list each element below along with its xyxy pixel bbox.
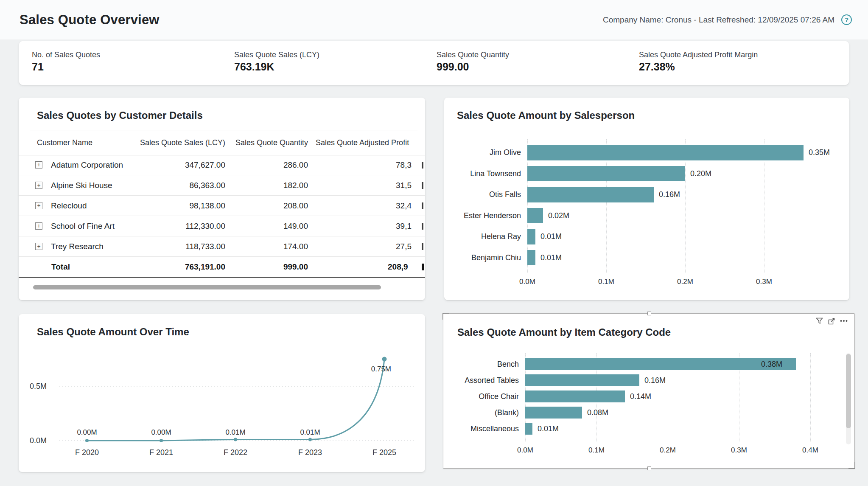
x-axis-tick: 0.1M [577, 446, 616, 455]
column-header-customer-name[interactable]: Customer Name [37, 130, 147, 155]
x-axis-tick: 0.3M [745, 278, 783, 286]
sales-cell: 112,330.00 [146, 216, 225, 236]
bar-value-label: 0.20M [690, 163, 711, 185]
x-axis-tick: 0.0M [506, 446, 544, 455]
bar-value-label: 0.16M [644, 372, 666, 388]
bar[interactable] [527, 208, 543, 223]
table-row[interactable]: +Alpine Ski House86,363.00182.0031,5 [19, 175, 425, 196]
data-point [160, 439, 163, 442]
horizontal-scrollbar[interactable] [33, 285, 381, 289]
data-label: 0.00M [151, 428, 171, 436]
bar[interactable] [527, 229, 535, 244]
expand-row-icon[interactable]: + [35, 222, 42, 230]
quantity-cell: 208.00 [225, 196, 308, 216]
clipped-digit [422, 162, 423, 169]
x-axis-tick: 0.2M [666, 278, 704, 286]
bar[interactable] [527, 187, 654, 202]
expand-row-icon[interactable]: + [35, 182, 42, 189]
bar[interactable] [525, 390, 625, 402]
page-title: Sales Quote Overview [20, 0, 160, 39]
sales-cell: 98,138.00 [146, 196, 225, 216]
bar[interactable] [525, 374, 639, 386]
customer-name-cell: +Trey Research [35, 236, 146, 256]
profit-value: 39,1 [396, 222, 412, 231]
salesperson-plot: 0.0M0.1M0.2M0.3MJim Olive0.35MLina Towns… [444, 98, 849, 300]
quantity-cell: 174.00 [225, 236, 308, 256]
bar-value-label: 0.16M [659, 184, 680, 205]
vertical-scrollbar-thumb[interactable] [846, 354, 851, 428]
bar[interactable] [527, 250, 535, 265]
over-time-svg: 0.5M0.0M0.00M0.00M0.01M0.01M0.75MF 2020F… [19, 314, 425, 472]
bar[interactable] [525, 423, 532, 435]
customer-name-cell: Total [35, 257, 162, 277]
customer-name-cell: +Alpine Ski House [35, 175, 146, 195]
category-label: Helena Ray [444, 226, 521, 247]
kpi-no-of-sales-quotes: No. of Sales Quotes 71 [32, 41, 227, 85]
sales-cell: 118,733.00 [146, 236, 225, 256]
category-label: Office Chair [443, 388, 519, 405]
data-point [308, 438, 312, 441]
item-category-plot: 0.0M0.1M0.2M0.3M0.4MBench0.38MAssorted T… [443, 314, 854, 468]
table-row[interactable]: +Adatum Corporation347,627.00286.0078,3 [19, 155, 425, 175]
kpi-label: No. of Sales Quotes [32, 51, 100, 59]
column-header-profit[interactable]: Sales Quote Adjusted Profit [316, 130, 425, 155]
expand-row-icon[interactable]: + [35, 243, 42, 250]
help-icon[interactable]: ? [841, 14, 852, 25]
category-label: (Blank) [443, 405, 519, 421]
y-axis-tick: 0.0M [30, 436, 47, 445]
customer-name-cell: +School of Fine Art [35, 216, 146, 236]
gridline [810, 353, 811, 442]
data-point [382, 357, 387, 362]
visual-title: Sales Quotes by Customer Details [37, 110, 203, 121]
customer-name-cell: +Adatum Corporation [35, 155, 146, 175]
over-time-visual: Sales Quote Amount Over Time 0.5M0.0M0.0… [19, 314, 425, 472]
expand-row-icon[interactable]: + [35, 161, 42, 169]
sales-cell: 763,191.00 [146, 257, 225, 277]
kpi-label: Sales Quote Sales (LCY) [234, 51, 319, 59]
category-label: Assorted Tables [443, 372, 519, 388]
quantity-cell: 286.00 [225, 155, 308, 175]
table-total-row[interactable]: Total763,191.00999.00208,9 [19, 257, 425, 278]
bar-value-label: 0.01M [540, 247, 562, 269]
data-label: 0.00M [77, 428, 97, 436]
table-row[interactable]: +School of Fine Art112,330.00149.0039,1 [19, 216, 425, 236]
profit-value: 32,4 [396, 201, 412, 211]
customer-name-cell: +Relecloud [35, 196, 146, 216]
profit-value: 208,9 [388, 262, 408, 272]
category-label: Miscellaneous [443, 421, 519, 437]
expand-row-icon[interactable]: + [35, 202, 42, 209]
x-axis-tick: 0.3M [720, 446, 758, 455]
column-header-quantity[interactable]: Sales Quote Quantity [225, 130, 308, 155]
bar[interactable] [525, 358, 796, 370]
x-axis-tick: F 2021 [149, 448, 173, 457]
bar-value-label: 0.38M [761, 356, 782, 372]
bar-value-label: 0.08M [587, 405, 608, 421]
kpi-label: Sales Quote Quantity [437, 51, 509, 59]
kpi-quantity: Sales Quote Quantity 999.00 [437, 41, 632, 85]
y-axis-tick: 0.5M [30, 382, 47, 390]
bar[interactable] [527, 166, 685, 181]
profit-cell: 32,4 [316, 196, 425, 216]
data-label: 0.75M [371, 365, 391, 373]
header-right: Company Name: Cronus - Last Refreshed: 1… [603, 0, 852, 39]
column-header-sales[interactable]: Sales Quote Sales (LCY) [146, 130, 225, 155]
bar-value-label: 0.02M [548, 205, 569, 227]
category-label: Otis Falls [444, 184, 521, 205]
clipped-digit [422, 202, 423, 209]
x-axis-tick: 0.0M [508, 278, 546, 286]
quantity-cell: 182.00 [225, 175, 308, 195]
category-label: Jim Olive [444, 142, 521, 163]
bar-value-label: 0.14M [630, 388, 651, 405]
report-header: Sales Quote Overview Company Name: Cronu… [0, 0, 868, 39]
company-refresh-meta: Company Name: Cronus - Last Refreshed: 1… [603, 15, 834, 25]
bar[interactable] [527, 145, 804, 160]
table-row[interactable]: +Trey Research118,733.00174.0027,5 [19, 236, 425, 257]
bar[interactable] [525, 407, 582, 419]
customer-name: Trey Research [51, 242, 104, 251]
table-header-row: Customer Name Sales Quote Sales (LCY) Sa… [19, 130, 425, 155]
item-category-visual-selected[interactable]: Sales Quote Amount by Item Category Code… [443, 313, 855, 469]
table-row[interactable]: +Relecloud98,138.00208.0032,4 [19, 196, 425, 216]
data-label: 0.01M [300, 428, 320, 436]
kpi-profit-margin: Sales Quote Adjusted Profit Margin 27.38… [639, 41, 834, 85]
profit-cell: 78,3 [316, 155, 425, 175]
